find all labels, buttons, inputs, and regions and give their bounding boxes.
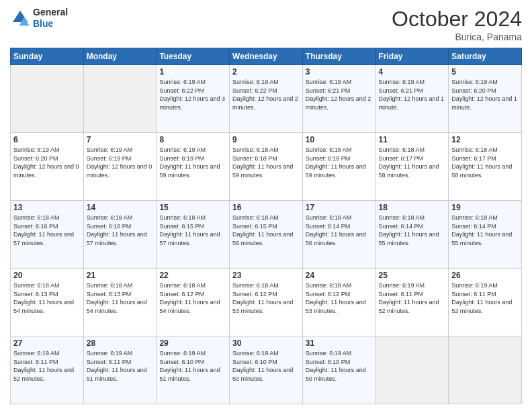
day-number: 3 [306,67,373,77]
calendar-cell: 5Sunrise: 6:19 AM Sunset: 6:20 PM Daylig… [449,65,522,133]
day-info: Sunrise: 6:19 AM Sunset: 6:22 PM Dayligh… [159,78,226,111]
calendar-cell: 1Sunrise: 6:19 AM Sunset: 6:22 PM Daylig… [157,65,230,133]
day-info: Sunrise: 6:19 AM Sunset: 6:10 PM Dayligh… [159,349,226,383]
day-number: 10 [306,135,373,144]
month-title: October 2024 [392,7,522,32]
day-info: Sunrise: 6:19 AM Sunset: 6:10 PM Dayligh… [306,349,373,383]
day-info: Sunrise: 6:19 AM Sunset: 6:11 PM Dayligh… [451,281,519,315]
day-number: 13 [13,203,81,212]
calendar-cell: 13Sunrise: 6:18 AM Sunset: 6:16 PM Dayli… [11,201,84,269]
calendar-cell [375,336,449,404]
day-info: Sunrise: 6:18 AM Sunset: 6:13 PM Dayligh… [13,281,81,315]
day-info: Sunrise: 6:18 AM Sunset: 6:12 PM Dayligh… [159,281,226,315]
calendar-cell: 19Sunrise: 6:18 AM Sunset: 6:14 PM Dayli… [449,201,522,269]
calendar-header-wednesday: Wednesday [230,48,303,65]
calendar-cell: 7Sunrise: 6:19 AM Sunset: 6:19 PM Daylig… [83,133,157,201]
day-info: Sunrise: 6:18 AM Sunset: 6:13 PM Dayligh… [87,281,154,315]
day-number: 31 [306,338,373,348]
calendar-cell: 16Sunrise: 6:18 AM Sunset: 6:15 PM Dayli… [230,201,303,269]
calendar-header-monday: Monday [83,48,157,65]
day-number: 28 [87,338,154,348]
day-info: Sunrise: 6:19 AM Sunset: 6:10 PM Dayligh… [232,349,300,383]
day-number: 12 [451,135,519,144]
day-number: 19 [451,203,519,212]
calendar-cell: 21Sunrise: 6:18 AM Sunset: 6:13 PM Dayli… [83,269,157,336]
day-info: Sunrise: 6:18 AM Sunset: 6:14 PM Dayligh… [451,214,519,247]
calendar-week-3: 13Sunrise: 6:18 AM Sunset: 6:16 PM Dayli… [11,201,522,269]
day-info: Sunrise: 6:19 AM Sunset: 6:21 PM Dayligh… [379,78,446,111]
calendar-week-2: 6Sunrise: 6:19 AM Sunset: 6:20 PM Daylig… [11,133,522,201]
calendar-cell: 22Sunrise: 6:18 AM Sunset: 6:12 PM Dayli… [157,269,230,336]
day-number: 20 [13,271,81,280]
day-info: Sunrise: 6:19 AM Sunset: 6:19 PM Dayligh… [159,146,226,179]
calendar-table: SundayMondayTuesdayWednesdayThursdayFrid… [10,48,522,404]
day-number: 30 [232,338,300,348]
day-info: Sunrise: 6:18 AM Sunset: 6:12 PM Dayligh… [306,281,373,315]
calendar-cell: 6Sunrise: 6:19 AM Sunset: 6:20 PM Daylig… [11,133,84,201]
calendar-week-5: 27Sunrise: 6:19 AM Sunset: 6:11 PM Dayli… [11,336,522,404]
day-number: 27 [13,338,81,348]
day-info: Sunrise: 6:19 AM Sunset: 6:20 PM Dayligh… [451,78,519,111]
header: General Blue October 2024 Burica, Panama [10,7,522,42]
calendar-cell: 14Sunrise: 6:18 AM Sunset: 6:16 PM Dayli… [83,201,157,269]
calendar-cell: 9Sunrise: 6:18 AM Sunset: 6:18 PM Daylig… [230,133,303,201]
day-info: Sunrise: 6:18 AM Sunset: 6:14 PM Dayligh… [306,214,373,247]
day-number: 8 [159,135,226,144]
calendar-cell: 30Sunrise: 6:19 AM Sunset: 6:10 PM Dayli… [230,336,303,404]
day-number: 6 [13,135,81,144]
day-number: 25 [379,271,446,280]
calendar-week-1: 1Sunrise: 6:19 AM Sunset: 6:22 PM Daylig… [11,65,522,133]
calendar-cell: 28Sunrise: 6:19 AM Sunset: 6:11 PM Dayli… [83,336,157,404]
calendar-cell: 2Sunrise: 6:19 AM Sunset: 6:22 PM Daylig… [230,65,303,133]
title-area: October 2024 Burica, Panama [392,7,522,42]
day-info: Sunrise: 6:18 AM Sunset: 6:16 PM Dayligh… [13,214,81,247]
calendar-cell [449,336,522,404]
day-info: Sunrise: 6:19 AM Sunset: 6:11 PM Dayligh… [379,281,446,315]
calendar-header-thursday: Thursday [302,48,375,65]
day-number: 15 [159,203,226,212]
day-number: 17 [306,203,373,212]
page: General Blue October 2024 Burica, Panama… [0,0,532,411]
day-info: Sunrise: 6:18 AM Sunset: 6:15 PM Dayligh… [232,214,300,247]
calendar-cell: 10Sunrise: 6:18 AM Sunset: 6:18 PM Dayli… [302,133,375,201]
day-number: 7 [87,135,154,144]
day-info: Sunrise: 6:18 AM Sunset: 6:18 PM Dayligh… [306,146,373,179]
day-number: 5 [451,67,519,77]
day-number: 4 [379,67,446,77]
day-number: 23 [232,271,300,280]
calendar-cell: 29Sunrise: 6:19 AM Sunset: 6:10 PM Dayli… [157,336,230,404]
day-info: Sunrise: 6:19 AM Sunset: 6:21 PM Dayligh… [306,78,373,111]
logo: General Blue [10,7,68,30]
calendar-cell: 20Sunrise: 6:18 AM Sunset: 6:13 PM Dayli… [11,269,84,336]
calendar-week-4: 20Sunrise: 6:18 AM Sunset: 6:13 PM Dayli… [11,269,522,336]
logo-blue: Blue [33,18,68,30]
day-info: Sunrise: 6:18 AM Sunset: 6:15 PM Dayligh… [159,214,226,247]
calendar-cell: 3Sunrise: 6:19 AM Sunset: 6:21 PM Daylig… [302,65,375,133]
calendar-cell: 26Sunrise: 6:19 AM Sunset: 6:11 PM Dayli… [449,269,522,336]
day-info: Sunrise: 6:18 AM Sunset: 6:17 PM Dayligh… [379,146,446,179]
day-number: 14 [87,203,154,212]
calendar-cell: 25Sunrise: 6:19 AM Sunset: 6:11 PM Dayli… [375,269,449,336]
calendar-cell: 17Sunrise: 6:18 AM Sunset: 6:14 PM Dayli… [302,201,375,269]
calendar-cell [11,65,84,133]
day-info: Sunrise: 6:18 AM Sunset: 6:17 PM Dayligh… [451,146,519,179]
day-number: 2 [232,67,300,77]
calendar-header-tuesday: Tuesday [157,48,230,65]
day-info: Sunrise: 6:19 AM Sunset: 6:11 PM Dayligh… [13,349,81,383]
day-info: Sunrise: 6:19 AM Sunset: 6:19 PM Dayligh… [87,146,154,179]
calendar-cell: 4Sunrise: 6:19 AM Sunset: 6:21 PM Daylig… [375,65,449,133]
calendar-cell: 18Sunrise: 6:18 AM Sunset: 6:14 PM Dayli… [375,201,449,269]
day-info: Sunrise: 6:19 AM Sunset: 6:11 PM Dayligh… [87,349,154,383]
day-number: 9 [232,135,300,144]
day-number: 21 [87,271,154,280]
day-info: Sunrise: 6:19 AM Sunset: 6:20 PM Dayligh… [13,146,81,179]
day-number: 16 [232,203,300,212]
day-number: 18 [379,203,446,212]
day-number: 11 [379,135,446,144]
calendar-header-sunday: Sunday [11,48,84,65]
calendar-cell [83,65,157,133]
calendar-cell: 12Sunrise: 6:18 AM Sunset: 6:17 PM Dayli… [449,133,522,201]
day-info: Sunrise: 6:18 AM Sunset: 6:18 PM Dayligh… [232,146,300,179]
calendar-header-saturday: Saturday [449,48,522,65]
day-number: 29 [159,338,226,348]
